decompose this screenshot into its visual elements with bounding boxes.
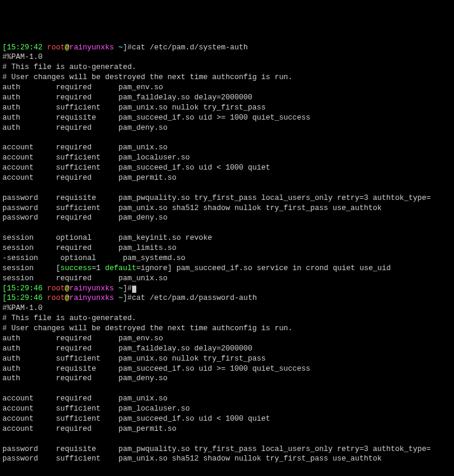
file-line: auth requisite pam_succeed_if.so uid >= …	[2, 114, 311, 122]
cwd: ~	[114, 43, 123, 52]
prompt-hash: ]#	[123, 284, 132, 293]
user: root	[47, 43, 65, 52]
file-line: auth required pam_faildelay.so delay=200…	[2, 345, 252, 353]
timestamp: [15:29:46	[2, 284, 47, 293]
at: @	[65, 284, 70, 293]
file-line: account required pam_unix.so	[2, 143, 168, 152]
file-line: account required pam_permit.so	[2, 174, 177, 182]
prompt-hash: ]#	[123, 294, 132, 302]
file-line: account sufficient pam_succeed_if.so uid…	[2, 415, 270, 423]
file-line: auth required pam_env.so	[2, 334, 163, 343]
file-line: # This file is auto-generated.	[2, 314, 136, 322]
cwd: ~	[114, 284, 123, 293]
file-line: password sufficient pam_unix.so sha512 s…	[2, 204, 382, 212]
file-line: password requisite pam_pwquality.so try_…	[2, 194, 431, 202]
file-line: #%PAM-1.0	[2, 53, 43, 61]
file-line: session [success=1 default=ignore] pam_s…	[2, 264, 391, 273]
file-line: auth required pam_deny.so	[2, 124, 168, 132]
hostname: rainyunxks	[70, 43, 114, 52]
user: root	[47, 294, 65, 302]
prompt-hash: ]#	[123, 43, 132, 52]
user: root	[47, 284, 65, 293]
command-text: cat /etc/pam.d/password-auth	[132, 294, 257, 302]
file-line: session optional pam_keyinit.so revoke	[2, 234, 212, 242]
file-line: password sufficient pam_unix.so sha512 s…	[2, 455, 382, 463]
pam-keyword: success	[61, 264, 92, 273]
file-line: account sufficient pam_localuser.so	[2, 154, 190, 162]
pam-keyword: default	[105, 264, 137, 273]
prompt-line-2: [15:29:46 root@rainyunxks ~]#	[2, 284, 136, 293]
at: @	[65, 294, 70, 302]
file-line: -session optional pam_systemd.so	[2, 254, 186, 262]
file-line: auth sufficient pam_unix.so nullok try_f…	[2, 355, 266, 363]
file-line: #%PAM-1.0	[2, 304, 43, 312]
at: @	[65, 43, 70, 52]
file-line: password requisite pam_pwquality.so try_…	[2, 445, 431, 453]
file-line: auth sufficient pam_unix.so nullok try_f…	[2, 104, 266, 112]
file-line: auth required pam_env.so	[2, 83, 163, 92]
command-text: cat /etc/pam.d/system-auth	[132, 43, 248, 52]
hostname: rainyunxks	[70, 294, 114, 302]
cwd: ~	[114, 294, 123, 302]
file-line: session required pam_limits.so	[2, 244, 177, 252]
prompt-line-3: [15:29:46 root@rainyunxks ~]#cat /etc/pa…	[2, 294, 257, 302]
file-line: account sufficient pam_succeed_if.so uid…	[2, 164, 270, 172]
file-line: # User changes will be destroyed the nex…	[2, 324, 293, 333]
cursor-icon	[132, 286, 136, 293]
terminal-output[interactable]: [15:29:42 root@rainyunxks ~]#cat /etc/pa…	[2, 43, 452, 477]
timestamp: [15:29:42	[2, 43, 47, 52]
prompt-line-1: [15:29:42 root@rainyunxks ~]#cat /etc/pa…	[2, 43, 248, 52]
file-line: auth requisite pam_succeed_if.so uid >= …	[2, 365, 311, 373]
file-line: account required pam_unix.so	[2, 394, 168, 403]
file-line: auth required pam_faildelay.so delay=200…	[2, 93, 252, 102]
file-line: password required pam_deny.so	[2, 214, 168, 222]
hostname: rainyunxks	[70, 284, 114, 293]
timestamp: [15:29:46	[2, 294, 47, 302]
file-line: account sufficient pam_localuser.so	[2, 405, 190, 413]
file-line: account required pam_permit.so	[2, 425, 177, 433]
file-line: # This file is auto-generated.	[2, 63, 136, 71]
file-line: # User changes will be destroyed the nex…	[2, 73, 293, 82]
file-line: auth required pam_deny.so	[2, 374, 168, 383]
file-line: session required pam_unix.so	[2, 274, 168, 283]
